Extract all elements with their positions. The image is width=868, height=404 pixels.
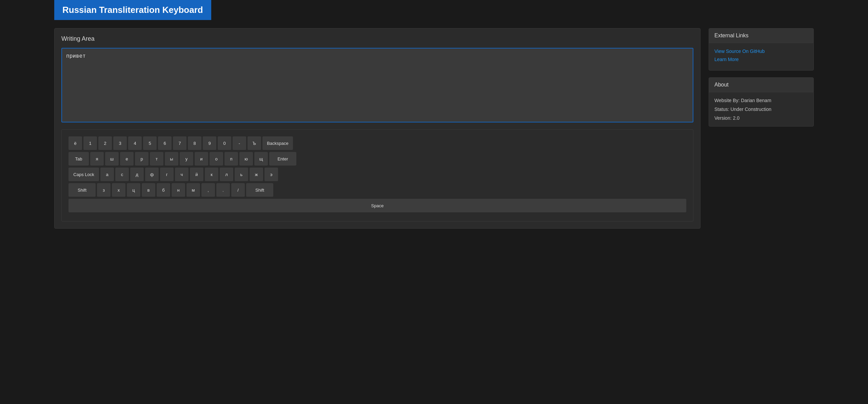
about-version: Version: 2.0 <box>714 115 808 121</box>
key-shift-left[interactable]: Shift <box>68 183 96 197</box>
key-4[interactable]: 4 <box>128 136 142 150</box>
key-ze[interactable]: з <box>97 183 111 197</box>
right-panel: External Links View Source On GitHub Lea… <box>709 28 814 229</box>
key-2[interactable]: 2 <box>98 136 112 150</box>
key-sha[interactable]: ш <box>105 152 119 166</box>
key-yo[interactable]: ё <box>68 136 82 150</box>
key-ef[interactable]: ф <box>145 168 159 181</box>
key-slash[interactable]: / <box>231 183 245 197</box>
key-es[interactable]: с <box>115 168 129 181</box>
key-7[interactable]: 7 <box>173 136 186 150</box>
key-er[interactable]: р <box>135 152 149 166</box>
key-period[interactable]: . <box>216 183 230 197</box>
key-em[interactable]: м <box>186 183 200 197</box>
key-space[interactable]: Space <box>68 199 686 212</box>
about-body: Website By: Darian Benam Status: Under C… <box>709 92 813 126</box>
key-8[interactable]: 8 <box>188 136 201 150</box>
key-enter-bottom <box>279 168 307 181</box>
key-ka[interactable]: к <box>205 168 218 181</box>
keyboard-row-2: Tab я ш е р т ы у и о п ю щ Enter <box>68 152 686 166</box>
key-short-i[interactable]: й <box>190 168 203 181</box>
writing-area-title: Writing Area <box>61 35 693 42</box>
external-links-title: External Links <box>714 33 808 39</box>
key-be[interactable]: б <box>157 183 170 197</box>
key-soft-sign[interactable]: ь <box>235 168 248 181</box>
key-o[interactable]: о <box>210 152 223 166</box>
key-el[interactable]: л <box>220 168 233 181</box>
key-en[interactable]: н <box>172 183 185 197</box>
key-shift-right[interactable]: Shift <box>246 183 273 197</box>
key-comma[interactable]: , <box>201 183 215 197</box>
key-ve[interactable]: в <box>142 183 155 197</box>
key-de[interactable]: д <box>130 168 144 181</box>
keyboard-row-1: ё 1 2 3 4 5 6 7 8 9 0 - Ъ Backspace <box>68 136 686 150</box>
external-links-body: View Source On GitHub Learn More <box>709 43 813 70</box>
key-ge[interactable]: г <box>160 168 174 181</box>
writing-textarea[interactable]: привет <box>61 48 693 122</box>
key-backspace[interactable]: Backspace <box>262 136 293 150</box>
keyboard-row-5: Space <box>68 199 686 212</box>
external-links-card: External Links View Source On GitHub Lea… <box>709 28 814 71</box>
learn-more-link[interactable]: Learn More <box>714 57 808 62</box>
left-panel: Writing Area привет ё 1 2 3 4 5 6 7 8 9 … <box>54 28 701 229</box>
key-shcha[interactable]: щ <box>254 152 268 166</box>
key-tab[interactable]: Tab <box>68 152 89 166</box>
keyboard-row-3: Caps Lock а с д ф г ч й к л ь ж э <box>68 168 686 181</box>
keyboard-container: ё 1 2 3 4 5 6 7 8 9 0 - Ъ Backspace Tab … <box>61 129 693 222</box>
key-6[interactable]: 6 <box>158 136 172 150</box>
key-9[interactable]: 9 <box>203 136 216 150</box>
header: Russian Transliteration Keyboard <box>0 0 868 20</box>
keyboard-row-4: Shift з х ц в б н м , . / Shift <box>68 183 686 197</box>
key-hard-sign[interactable]: Ъ <box>248 136 261 150</box>
about-website-by: Website By: Darian Benam <box>714 98 808 103</box>
key-tse[interactable]: ц <box>127 183 140 197</box>
key-0[interactable]: 0 <box>218 136 231 150</box>
key-te[interactable]: т <box>150 152 163 166</box>
key-caps-lock[interactable]: Caps Lock <box>68 168 99 181</box>
key-enter[interactable]: Enter <box>269 152 296 166</box>
key-ye[interactable]: е <box>120 152 134 166</box>
key-u[interactable]: у <box>180 152 193 166</box>
key-yu[interactable]: ю <box>239 152 253 166</box>
external-links-header: External Links <box>709 28 813 43</box>
key-pe[interactable]: п <box>224 152 238 166</box>
key-1[interactable]: 1 <box>83 136 97 150</box>
github-link[interactable]: View Source On GitHub <box>714 49 808 54</box>
about-header: About <box>709 78 813 92</box>
key-a[interactable]: а <box>100 168 114 181</box>
key-yeru[interactable]: ы <box>165 152 178 166</box>
about-title: About <box>714 82 808 88</box>
key-3[interactable]: 3 <box>113 136 127 150</box>
key-zhe[interactable]: ж <box>250 168 263 181</box>
page-title: Russian Transliteration Keyboard <box>62 5 203 15</box>
key-e[interactable]: э <box>264 168 278 181</box>
key-i[interactable]: и <box>195 152 208 166</box>
key-ya[interactable]: я <box>90 152 104 166</box>
about-status: Status: Under Construction <box>714 107 808 112</box>
about-card: About Website By: Darian Benam Status: U… <box>709 77 814 127</box>
key-dash[interactable]: - <box>233 136 246 150</box>
key-ha[interactable]: х <box>112 183 125 197</box>
key-che[interactable]: ч <box>175 168 189 181</box>
key-5[interactable]: 5 <box>143 136 157 150</box>
